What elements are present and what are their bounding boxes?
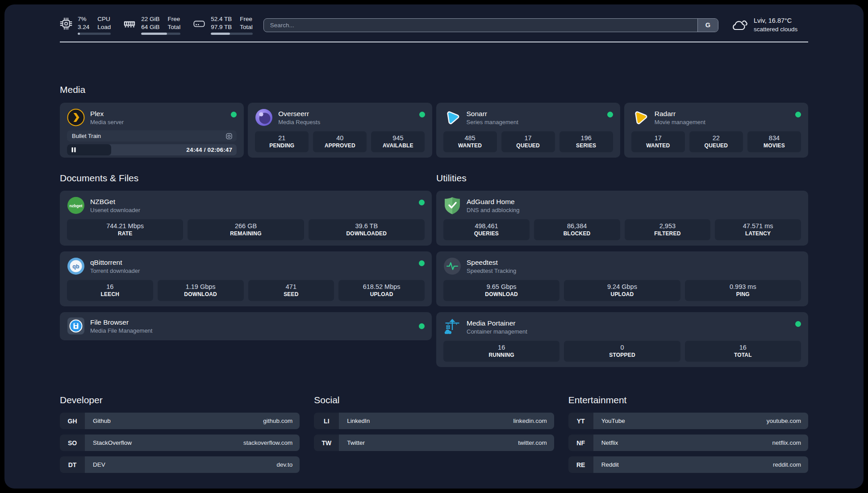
- stat-queued: 17 QUEUED: [501, 131, 555, 152]
- stat-series: 196 SERIES: [559, 131, 613, 152]
- app-subtitle: Media File Management: [90, 327, 152, 334]
- link-twitter[interactable]: TW Twitter twitter.com: [314, 435, 554, 451]
- stat-approved: 40 APPROVED: [313, 131, 367, 152]
- nzbget-icon: nzbget: [67, 196, 85, 214]
- stat-running: 16 RUNNING: [443, 341, 559, 362]
- app-card-speedtest[interactable]: Speedtest Speedtest Tracking 9.65 Gbps D…: [436, 251, 808, 306]
- search-input[interactable]: [264, 19, 697, 32]
- portainer-icon: [443, 318, 461, 336]
- app-title: Plex: [90, 110, 124, 118]
- stat-rate: 744.21 Mbps RATE: [67, 219, 183, 240]
- stat-ping: 0.993 ms PING: [685, 280, 801, 301]
- link-github[interactable]: GH Github github.com: [60, 413, 300, 429]
- playback-progressbar[interactable]: 24:44 / 02:06:47: [67, 144, 237, 155]
- link-abbr: LI: [314, 413, 339, 429]
- storage-stat: 52.4 TB 97.9 TB Free Total: [193, 15, 253, 35]
- status-dot: [795, 112, 801, 117]
- app-title: Sonarr: [467, 110, 518, 118]
- stat-stopped: 0 STOPPED: [564, 341, 680, 362]
- link-netflix[interactable]: NF Netflix netflix.com: [568, 435, 808, 451]
- radarr-icon: [631, 109, 649, 126]
- stat-seed: 471 SEED: [248, 280, 334, 301]
- adguard-icon: [443, 196, 461, 214]
- disk-total-label: Total: [240, 23, 253, 31]
- app-title: Media Portainer: [467, 319, 527, 327]
- app-subtitle: Usenet downloader: [90, 207, 140, 213]
- app-title: AdGuard Home: [467, 198, 520, 206]
- status-dot: [607, 112, 613, 117]
- weather-location-temp: Lviv, 16.87°C: [754, 17, 797, 25]
- plex-icon: [67, 109, 85, 126]
- stat-download: 9.65 Gbps DOWNLOAD: [443, 280, 559, 301]
- app-card-overseerr[interactable]: Overseerr Media Requests 21 PENDING 40 A…: [248, 103, 432, 158]
- link-url: github.com: [263, 418, 292, 424]
- link-url: dev.to: [277, 461, 293, 468]
- link-name: StackOverflow: [93, 439, 132, 446]
- link-url: youtube.com: [767, 418, 801, 424]
- app-card-adguard[interactable]: AdGuard Home DNS and adblocking 498,461 …: [436, 191, 808, 246]
- svg-text:qb: qb: [72, 263, 79, 270]
- link-abbr: GH: [60, 413, 85, 429]
- app-card-radarr[interactable]: Radarr Movie management 17 WANTED 22 QUE…: [624, 103, 808, 158]
- speedtest-icon: [443, 257, 461, 275]
- link-url: linkedin.com: [513, 418, 547, 424]
- link-youtube[interactable]: YT YouTube youtube.com: [568, 413, 808, 429]
- ram-total-value: 64 GiB: [141, 23, 159, 31]
- gear-icon[interactable]: [225, 133, 233, 140]
- app-card-sonarr[interactable]: Sonarr Series management 485 WANTED 17 Q…: [436, 103, 620, 158]
- stat-blocked: 86,384 BLOCKED: [534, 219, 620, 240]
- stat-upload: 618.52 Mbps UPLOAD: [338, 280, 425, 301]
- app-title: File Browser: [90, 318, 152, 326]
- ram-total-label: Total: [168, 23, 181, 31]
- app-card-filebrowser[interactable]: File Browser Media File Management: [60, 312, 432, 340]
- app-card-portainer[interactable]: Media Portainer Container management 16 …: [436, 312, 808, 367]
- link-url: twitter.com: [518, 439, 547, 446]
- stat-pending: 21 PENDING: [255, 131, 309, 152]
- link-dev[interactable]: DT DEV dev.to: [60, 456, 300, 473]
- link-reddit[interactable]: RE Reddit reddit.com: [568, 456, 808, 473]
- ram-icon: [123, 17, 136, 30]
- top-bar: 7% 3.24 CPU Load: [60, 14, 808, 36]
- section-title-media: Media: [60, 84, 808, 95]
- now-playing-title: Bullet Train: [72, 133, 101, 139]
- status-dot: [419, 112, 425, 117]
- app-subtitle: DNS and adblocking: [467, 207, 520, 213]
- stat-latency: 47.571 ms LATENCY: [715, 219, 801, 240]
- link-name: Twitter: [347, 439, 365, 446]
- app-title: Radarr: [655, 110, 705, 118]
- cpu-stat: 7% 3.24 CPU Load: [60, 15, 111, 35]
- search-provider-button[interactable]: G: [697, 19, 718, 32]
- disk-free-value: 52.4 TB: [211, 15, 232, 23]
- link-linkedin[interactable]: LI LinkedIn linkedin.com: [314, 413, 554, 429]
- stat-upload: 9.24 Gbps UPLOAD: [564, 280, 680, 301]
- link-abbr: SO: [60, 435, 85, 451]
- overseerr-icon: [255, 109, 273, 126]
- stat-available: 945 AVAILABLE: [371, 131, 425, 152]
- link-name: Netflix: [601, 439, 618, 446]
- cpu-usage-value: 7%: [78, 15, 89, 23]
- links-column-social: Social LI LinkedIn linkedin.com TW Twitt…: [314, 395, 554, 478]
- links-column-developer: Developer GH Github github.com SO StackO…: [60, 395, 300, 478]
- app-subtitle: Movie management: [655, 119, 705, 125]
- status-dot: [419, 200, 425, 205]
- stat-wanted: 485 WANTED: [443, 131, 497, 152]
- app-card-plex[interactable]: Plex Media server Bullet Train: [60, 103, 244, 158]
- system-stats: 7% 3.24 CPU Load: [60, 15, 253, 35]
- app-subtitle: Media Requests: [278, 119, 320, 125]
- disk-free-label: Free: [240, 15, 252, 23]
- memory-stat: 22 GiB 64 GiB Free Total: [123, 15, 180, 35]
- cpu-usage-label: CPU: [97, 15, 110, 23]
- section-title-developer: Developer: [60, 395, 300, 405]
- app-title: qBittorrent: [90, 259, 140, 267]
- app-card-nzbget[interactable]: nzbget NZBGet Usenet downloader 744.21 M…: [60, 191, 432, 246]
- stat-total: 16 TOTAL: [685, 341, 801, 362]
- link-abbr: TW: [314, 435, 339, 451]
- link-abbr: DT: [60, 456, 85, 473]
- weather-widget: Lviv, 16.87°C scattered clouds: [730, 17, 808, 33]
- disk-icon: [193, 17, 205, 30]
- pause-icon[interactable]: [71, 147, 76, 152]
- stat-queries: 498,461 QUERIES: [443, 219, 530, 240]
- app-card-qbittorrent[interactable]: qb qBittorrent Torrent downloader 16: [60, 251, 432, 306]
- link-stackoverflow[interactable]: SO StackOverflow stackoverflow.com: [60, 435, 300, 451]
- cpu-load-label: Load: [97, 23, 111, 31]
